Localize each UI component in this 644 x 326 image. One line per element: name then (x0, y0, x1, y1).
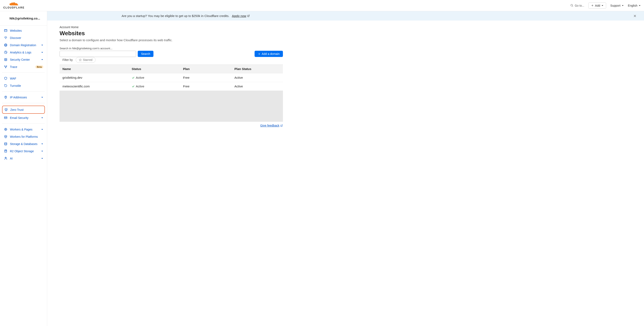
language-dropdown[interactable]: English (628, 4, 641, 7)
sidebar-item-trace[interactable]: TraceBeta (2, 63, 45, 70)
sidebar-item-label: Turnstile (10, 84, 43, 87)
db-icon (4, 142, 8, 146)
sidebar-item-label: WAF (10, 77, 43, 80)
sidebar-item-label: R2 Object Storage (10, 149, 39, 153)
account-name[interactable]: Nik@gristleking.co... (0, 11, 47, 26)
caret-down-icon (602, 5, 604, 7)
main: Are you a startup? You may be eligible t… (47, 11, 644, 326)
svg-point-20 (6, 67, 6, 68)
sidebar-item-label: Workers & Pages (10, 128, 39, 131)
nav-separator (2, 123, 45, 124)
chevron-down-icon (41, 150, 43, 152)
cell-status: Active (129, 82, 180, 91)
svg-line-1 (572, 6, 573, 7)
col-plan-status[interactable]: Plan Status (232, 65, 283, 73)
sidebar-item-ip-addresses[interactable]: IP Addresses (2, 94, 45, 101)
check-icon (132, 85, 135, 88)
svg-point-27 (6, 159, 7, 159)
add-domain-button[interactable]: Add a domain (254, 51, 283, 57)
sidebar-item-discover[interactable]: Discover (2, 34, 45, 41)
sidebar-item-label: Storage & Databases (10, 142, 39, 146)
globe-icon (4, 43, 8, 47)
cloudflare-logo[interactable]: CLOUDFLARE (3, 2, 24, 9)
content: Account Home Websites Select a domain to… (47, 21, 295, 132)
sidebar-item-label: IP Addresses (10, 96, 39, 99)
table-row[interactable]: meteoscientific.com Active Free Active (60, 82, 283, 91)
close-icon (633, 14, 636, 18)
sidebar-item-ai[interactable]: AI (2, 155, 45, 162)
chevron-down-icon (41, 128, 43, 130)
sidebar-item-label: Domain Registration (10, 44, 39, 47)
sidebar-item-label: Zero Trust (10, 108, 43, 111)
svg-rect-4 (4, 30, 7, 32)
platforms-icon (4, 135, 8, 138)
chevron-down-icon (41, 157, 43, 159)
filter-row: Filter by Starred (60, 57, 283, 63)
svg-point-22 (5, 96, 6, 97)
banner-close[interactable] (633, 14, 639, 18)
sidebar-item-email-security[interactable]: Email Security (2, 114, 45, 121)
sidebar-item-label: Discover (10, 36, 43, 40)
sidebar-item-storage-databases[interactable]: Storage & Databases (2, 140, 45, 147)
breadcrumb[interactable]: Account Home (60, 26, 283, 29)
trace-icon (4, 65, 8, 69)
page-title: Websites (60, 30, 283, 37)
svg-point-24 (4, 142, 6, 143)
sidebar-item-workers-for-platforms[interactable]: Workers for Platforms (2, 133, 45, 140)
ai-icon (4, 156, 8, 160)
svg-rect-16 (4, 58, 6, 61)
sidebar-item-workers-pages[interactable]: Workers & Pages (2, 126, 45, 133)
window-icon (4, 29, 8, 32)
external-link-icon (280, 124, 283, 127)
col-status[interactable]: Status (129, 65, 180, 73)
search-input[interactable] (60, 51, 136, 57)
sidebar-item-label: Security Center (10, 58, 39, 61)
svg-line-10 (4, 37, 5, 37)
svg-marker-35 (79, 59, 82, 61)
cell-name: meteoscientific.com (60, 82, 129, 91)
caret-down-icon (622, 5, 624, 7)
table-row[interactable]: gristleking.dev Active Free Active (60, 73, 283, 82)
chevron-down-icon (41, 96, 43, 98)
search-icon (570, 4, 574, 7)
sidebar-item-label: Email Security (10, 116, 39, 119)
chevron-down-icon (41, 143, 43, 145)
filter-label: Filter by (62, 58, 73, 62)
col-plan[interactable]: Plan (180, 65, 232, 73)
sidebar-item-turnstile[interactable]: Turnstile (2, 82, 45, 89)
svg-point-17 (5, 59, 6, 60)
add-domain-label: Add a domain (262, 52, 280, 56)
apply-now-link[interactable]: Apply now (232, 14, 250, 18)
cell-name: gristleking.dev (60, 73, 129, 82)
search-label: Search in Nik@gristleking.com's account.… (60, 47, 154, 50)
starred-label: Starred (83, 58, 92, 62)
cell-plan: Free (180, 73, 232, 82)
col-name[interactable]: Name (60, 65, 129, 73)
language-label: English (628, 4, 638, 7)
sidebar-item-analytics-logs[interactable]: Analytics & Logs (2, 49, 45, 56)
chart-icon (4, 51, 8, 54)
mail-icon (4, 116, 8, 119)
chevron-down-icon (41, 51, 43, 53)
sidebar-item-waf[interactable]: WAF (2, 75, 45, 82)
add-button[interactable]: Add (588, 3, 606, 9)
banner-content: Are you a startup? You may be eligible t… (122, 14, 250, 18)
support-dropdown[interactable]: Support (610, 4, 624, 7)
sidebar-item-domain-registration[interactable]: Domain Registration (2, 41, 45, 49)
beta-badge: Beta (35, 65, 43, 68)
search-button[interactable]: Search (138, 51, 154, 57)
svg-point-18 (4, 66, 5, 66)
feedback-label: Give feedback (260, 124, 280, 127)
chevron-down-icon (41, 44, 43, 46)
starred-filter-chip[interactable]: Starred (76, 57, 96, 63)
give-feedback-link[interactable]: Give feedback (260, 124, 283, 127)
cell-plan: Free (180, 82, 232, 91)
workers-icon (4, 128, 8, 131)
goto-search[interactable]: Go to... (570, 4, 584, 7)
sidebar-item-websites[interactable]: Websites (2, 27, 45, 34)
apply-label: Apply now (232, 14, 246, 18)
plus-icon (258, 53, 260, 55)
sidebar-item-zero-trust[interactable]: Zero Trust (2, 106, 45, 114)
sidebar-item-security-center[interactable]: Security Center (2, 56, 45, 63)
sidebar-item-r2-object-storage[interactable]: R2 Object Storage (2, 147, 45, 155)
